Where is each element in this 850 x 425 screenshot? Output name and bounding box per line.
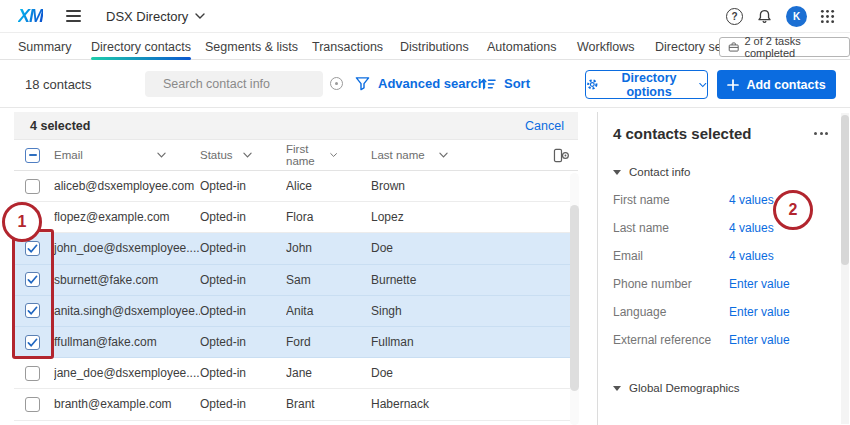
tasks-badge-label: 2 of 2 tasks completed	[744, 35, 841, 59]
cell-last-name: Burnette	[371, 273, 544, 287]
check-icon	[27, 274, 38, 285]
row-checkbox[interactable]	[25, 303, 40, 318]
tab-automations[interactable]: Automations	[487, 33, 556, 60]
table-row[interactable]: john_doe@dsxemployee.... Opted-in John D…	[14, 233, 578, 264]
panel-header: 4 contacts selected	[613, 125, 850, 142]
apps-grid-button[interactable]	[820, 9, 835, 24]
row-checkbox[interactable]	[25, 241, 40, 256]
xm-logo[interactable]: XM	[18, 6, 43, 27]
section-global-demographics[interactable]: Global Demographics	[613, 382, 850, 394]
cell-status: Opted-in	[200, 366, 286, 380]
tab-workflows[interactable]: Workflows	[577, 33, 634, 60]
select-all-checkbox[interactable]	[25, 148, 40, 163]
row-checkbox[interactable]	[25, 272, 40, 287]
table-row[interactable]: flopez@example.com Opted-in Flora Lopez	[14, 202, 578, 233]
ellipsis-icon	[814, 132, 817, 135]
row-checkbox[interactable]	[25, 397, 40, 412]
chevron-down-icon	[699, 82, 707, 88]
field-value-link[interactable]: Enter value	[729, 305, 790, 319]
cell-last-name: Brown	[371, 179, 544, 193]
contact-info-fields: First name 4 values Last name 4 values E…	[613, 186, 850, 354]
check-icon	[27, 337, 38, 348]
briefcase-icon	[728, 41, 739, 53]
tab-directory-contacts[interactable]: Directory contacts	[91, 33, 191, 60]
tabbar: Summary Directory contacts Segments & li…	[0, 33, 850, 60]
column-chevron-icon[interactable]	[157, 152, 166, 158]
info-icon[interactable]	[330, 77, 343, 90]
table-row[interactable]: aliceb@dsxemployee.com Opted-in Alice Br…	[14, 171, 578, 202]
tab-distributions[interactable]: Distributions	[400, 33, 469, 60]
search-box[interactable]	[145, 71, 323, 97]
select-all-cell	[14, 148, 54, 163]
sort-label: Sort	[504, 76, 530, 91]
tab-transactions[interactable]: Transactions	[312, 33, 383, 60]
cell-email: sburnett@fake.com	[54, 273, 200, 287]
search-input[interactable]	[163, 77, 324, 91]
column-label: First name	[286, 143, 330, 167]
field-row: First name 4 values	[613, 186, 850, 214]
notifications-button[interactable]	[756, 8, 773, 25]
tasks-completed-badge[interactable]: 2 of 2 tasks completed	[719, 37, 850, 57]
field-label: Last name	[613, 221, 729, 235]
row-checkbox[interactable]	[25, 335, 40, 350]
column-chevron-icon[interactable]	[243, 152, 252, 158]
advanced-search-button[interactable]: Advanced search	[355, 76, 486, 91]
directory-options-button[interactable]: Directory options	[585, 70, 708, 99]
bell-icon	[756, 8, 773, 25]
section-contact-info[interactable]: Contact info	[613, 166, 850, 178]
app-window: XM DSX Directory ? K Summar	[0, 0, 850, 425]
field-value-link[interactable]: 4 values	[729, 221, 774, 235]
funnel-icon	[355, 76, 370, 91]
row-checkbox[interactable]	[25, 210, 40, 225]
table-scrollbar-thumb[interactable]	[570, 205, 579, 391]
table-row[interactable]: branth@example.com Opted-in Brant Habern…	[14, 389, 578, 420]
column-header-first-name[interactable]: First name	[286, 143, 371, 167]
add-contacts-button[interactable]: Add contacts	[717, 70, 836, 99]
column-chevron-icon[interactable]	[439, 152, 448, 158]
avatar[interactable]: K	[786, 6, 807, 27]
column-label: Status	[200, 149, 233, 161]
sort-button[interactable]: Sort	[480, 76, 530, 91]
field-value-link[interactable]: 4 values	[729, 249, 774, 263]
field-value-link[interactable]: 4 values	[729, 193, 774, 207]
cell-email: branth@example.com	[54, 397, 200, 411]
field-label: First name	[613, 193, 729, 207]
row-checkbox[interactable]	[25, 179, 40, 194]
columns-icon	[553, 148, 570, 163]
manage-columns-button[interactable]	[544, 148, 578, 163]
table-row[interactable]: ffullman@fake.com Opted-in Ford Fullman	[14, 327, 578, 358]
tab-segments-lists[interactable]: Segments & lists	[205, 33, 298, 60]
directory-switcher[interactable]: DSX Directory	[106, 9, 205, 24]
panel-scrollbar-thumb[interactable]	[841, 115, 849, 265]
contacts-count: 18 contacts	[25, 77, 92, 92]
table-scrollbar[interactable]	[570, 173, 579, 425]
caret-down-icon	[613, 170, 621, 175]
question-icon: ?	[731, 11, 737, 22]
field-label: Email	[613, 249, 729, 263]
hamburger-menu-button[interactable]	[64, 7, 83, 25]
column-header-status[interactable]: Status	[200, 149, 286, 161]
cell-first-name: Anita	[286, 304, 371, 318]
field-row: External reference Enter value	[613, 326, 850, 354]
grid-icon	[820, 9, 835, 24]
field-row: Email 4 values	[613, 242, 850, 270]
column-header-email[interactable]: Email	[54, 149, 200, 161]
more-options-button[interactable]	[812, 128, 830, 139]
field-value-link[interactable]: Enter value	[729, 277, 790, 291]
row-checkbox[interactable]	[25, 366, 40, 381]
table-row[interactable]: anita.singh@dsxemployee... Opted-in Anit…	[14, 296, 578, 327]
cell-last-name: Doe	[371, 241, 544, 255]
cancel-button[interactable]: Cancel	[525, 119, 564, 133]
column-header-last-name[interactable]: Last name	[371, 149, 544, 161]
column-chevron-icon[interactable]	[330, 152, 337, 158]
panel-scrollbar[interactable]	[841, 113, 849, 424]
advanced-search-label: Advanced search	[378, 76, 486, 91]
column-label: Email	[54, 149, 83, 161]
field-value-link[interactable]: Enter value	[729, 333, 790, 347]
tab-summary[interactable]: Summary	[18, 33, 71, 60]
table-row[interactable]: sburnett@fake.com Opted-in Sam Burnette	[14, 265, 578, 296]
cell-status: Opted-in	[200, 179, 286, 193]
cell-email: jane_doe@dsxemployee....	[54, 366, 200, 380]
help-button[interactable]: ?	[726, 8, 743, 25]
table-row[interactable]: jane_doe@dsxemployee.... Opted-in Jane D…	[14, 358, 578, 389]
